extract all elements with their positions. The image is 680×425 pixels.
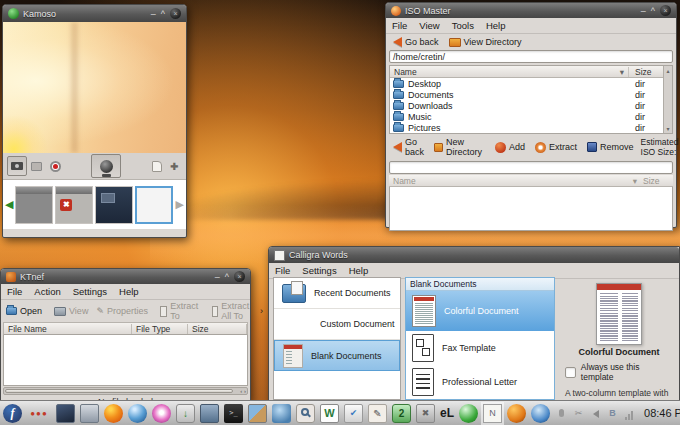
column-name[interactable]: Name [389,176,416,186]
menu-help[interactable]: Help [349,265,369,276]
view-directory-button[interactable]: View Directory [446,36,525,48]
eye-app-icon[interactable] [152,404,171,423]
capture-thumbnail[interactable]: ✖ [55,186,93,224]
open-button[interactable]: Open [4,305,44,317]
take-picture-button[interactable] [91,154,121,178]
computer-icon[interactable] [80,404,99,423]
dolphin-icon[interactable] [531,404,550,423]
iso-name-input[interactable] [389,161,673,174]
photo-mode-button[interactable] [7,156,27,176]
template-colorful-document[interactable]: Colorful Document [406,291,554,331]
menu-help[interactable]: Help [119,286,139,297]
column-file-name[interactable]: File Name [4,324,132,334]
capture-thumbnail[interactable] [95,186,133,224]
minimize-button[interactable]: – [215,272,220,282]
menu-file[interactable]: File [275,265,290,276]
pager-dots-icon[interactable]: ●●● [27,404,51,423]
iso-column-headers[interactable]: Name ▾ Size [389,175,673,187]
column-size[interactable]: Size [188,324,247,334]
column-file-type[interactable]: File Type [132,324,188,334]
clock[interactable]: 08:46 PM [640,407,680,419]
go-back-button[interactable]: Go back [390,36,442,48]
iso-master-titlebar[interactable]: ISO Master – ^ × [386,3,676,18]
capture-thumbnail[interactable] [15,186,53,224]
vertical-scrollbar[interactable]: ▴ ▾ [663,66,672,133]
kget-icon[interactable]: ↓ [176,404,195,423]
kturtle-icon[interactable]: 2 [392,404,411,423]
remote-desktop-icon[interactable] [200,404,219,423]
admin-tools-icon[interactable]: ✖ [416,404,435,423]
menu-view[interactable]: View [419,20,439,31]
volume-tray-icon[interactable] [589,407,602,420]
effects-button[interactable] [148,156,166,176]
fs-column-headers[interactable]: Name ▾ Size [390,66,672,78]
fs-row[interactable]: Picturesdir [390,122,663,133]
amarok-icon[interactable] [507,404,526,423]
new-directory-button[interactable]: New Directory [431,136,488,158]
close-button[interactable]: × [660,5,671,16]
horizontal-scrollbar[interactable]: ‹ › [3,387,248,395]
fs-row[interactable]: Desktopdir [390,78,663,89]
close-button[interactable]: × [234,271,245,282]
scroll-right-button[interactable]: ▶ [175,199,183,210]
calligra-words-icon[interactable]: W [320,404,339,423]
kamoso-titlebar[interactable]: Kamoso – ^ × [3,5,186,22]
minimize-button[interactable]: – [151,9,156,19]
menu-action[interactable]: Action [34,286,60,297]
menu-settings[interactable]: Settings [73,286,107,297]
konqueror-icon[interactable] [128,404,147,423]
view-button[interactable]: View [52,305,90,317]
menu-file[interactable]: File [7,286,22,297]
fs-row[interactable]: Musicdir [390,111,663,122]
fs-row[interactable]: Downloadsdir [390,100,663,111]
ktnef-file-list[interactable] [3,335,248,386]
firefox-icon[interactable] [104,404,123,423]
sort-indicator-icon[interactable]: ▾ [633,176,637,186]
green-orb-icon[interactable] [459,404,478,423]
ktnef-column-headers[interactable]: File Name File Type Size [3,322,248,335]
menu-help[interactable]: Help [486,20,506,31]
template-fax-template[interactable]: Fax Template [406,331,554,365]
scrollbar-thumb[interactable] [5,389,233,393]
klipper-tray-icon[interactable]: ✂ [572,407,585,420]
column-size[interactable]: Size [643,176,673,186]
nav-recent-documents[interactable]: Recent Documents [274,278,400,309]
minimize-button[interactable]: – [641,6,646,16]
scroll-left-button[interactable]: ◀ [5,199,13,210]
nav-custom-document[interactable]: Custom Document [274,309,400,340]
extract-all-to-button[interactable]: Extract All To [210,300,254,322]
extract-button[interactable]: Extract [532,141,580,154]
nav-blank-documents[interactable]: Blank Documents [274,340,400,371]
sort-indicator-icon[interactable]: ▾ [620,67,624,77]
network-tray-icon[interactable] [623,407,636,420]
kate-icon[interactable]: ✎ [368,404,387,423]
settings-button[interactable]: ✖ [166,156,182,176]
scrollbar-arrows[interactable]: ‹ › [240,388,246,394]
microphone-tray-icon[interactable] [555,407,568,420]
kwrite-icon[interactable]: ✔ [344,404,363,423]
record-video-button[interactable] [46,156,65,176]
properties-button[interactable]: ✎ Properties [94,305,150,317]
iso-content-pane[interactable] [389,187,673,231]
ktnef-titlebar[interactable]: KTnef – ^ × [1,269,250,284]
close-button[interactable]: × [170,8,181,19]
remove-button[interactable]: Remove [584,141,637,153]
show-desktop-icon[interactable] [56,404,75,423]
fedora-menu-icon[interactable]: f [3,404,22,423]
notes-task-icon[interactable]: N [483,404,502,423]
extract-to-button[interactable]: Extract To [158,300,202,322]
menu-tools[interactable]: Tools [452,20,474,31]
column-size[interactable]: Size [628,67,662,77]
menu-settings[interactable]: Settings [302,265,336,276]
magnifier-app-icon[interactable] [296,404,315,423]
menu-file[interactable]: File [392,20,407,31]
bluetooth-app-icon[interactable] [272,404,291,423]
capture-thumbnail[interactable] [135,186,173,224]
image-viewer-icon[interactable] [248,404,267,423]
go-back-button-2[interactable]: Go back [390,136,427,158]
maximize-button[interactable]: ^ [651,6,655,16]
add-button[interactable]: Add [492,141,528,154]
column-name[interactable]: Name [390,67,417,77]
always-use-checkbox[interactable] [565,367,576,378]
maximize-button[interactable]: ^ [225,272,229,282]
